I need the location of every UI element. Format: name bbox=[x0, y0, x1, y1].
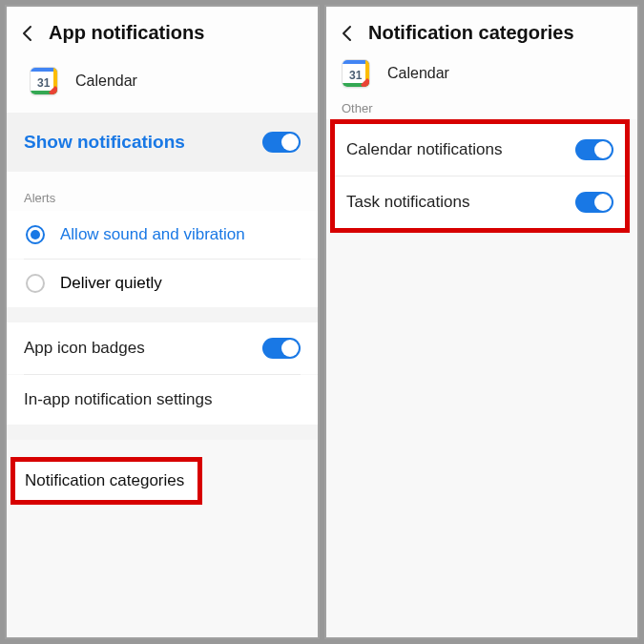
task-notifications-label: Task notifications bbox=[346, 193, 469, 212]
page-title: App notifications bbox=[49, 22, 204, 44]
calendar-app-icon bbox=[30, 67, 58, 95]
radio-unselected-icon bbox=[26, 274, 45, 293]
page-title: Notification categories bbox=[368, 22, 574, 44]
app-name-label: Calendar bbox=[387, 65, 449, 82]
app-info-row[interactable]: Calendar bbox=[326, 53, 637, 95]
app-icon-badges-toggle[interactable] bbox=[262, 338, 301, 359]
allow-sound-label: Allow sound and vibration bbox=[60, 225, 245, 244]
notification-categories-label: Notification categories bbox=[25, 471, 184, 489]
app-info-row[interactable]: Calendar bbox=[7, 53, 318, 113]
back-icon[interactable] bbox=[340, 25, 355, 42]
calendar-app-icon bbox=[342, 59, 370, 88]
show-notifications-row[interactable]: Show notifications bbox=[7, 113, 318, 172]
highlighted-categories: Calendar notifications Task notification… bbox=[330, 119, 630, 233]
task-notifications-toggle[interactable] bbox=[575, 192, 613, 213]
app-icon-badges-label: App icon badges bbox=[24, 339, 145, 358]
back-icon[interactable] bbox=[20, 25, 35, 42]
deliver-quietly-option[interactable]: Deliver quietly bbox=[7, 260, 318, 307]
screen-notification-categories: Notification categories Calendar Other C… bbox=[324, 5, 639, 639]
header: App notifications bbox=[7, 7, 318, 53]
app-name-label: Calendar bbox=[75, 73, 137, 90]
show-notifications-label: Show notifications bbox=[24, 132, 185, 153]
calendar-notifications-label: Calendar notifications bbox=[346, 140, 502, 159]
radio-selected-icon bbox=[26, 225, 45, 244]
alerts-section-label: Alerts bbox=[7, 172, 318, 211]
other-section-label: Other bbox=[326, 95, 637, 119]
inapp-settings-label: In-app notification settings bbox=[24, 390, 213, 409]
app-icon-badges-row[interactable]: App icon badges bbox=[7, 322, 318, 374]
header: Notification categories bbox=[326, 7, 637, 53]
task-notifications-row[interactable]: Task notifications bbox=[335, 177, 625, 228]
calendar-notifications-row[interactable]: Calendar notifications bbox=[335, 124, 625, 176]
show-notifications-toggle[interactable] bbox=[262, 132, 301, 153]
screen-app-notifications: App notifications Calendar Show notifica… bbox=[5, 5, 320, 639]
inapp-settings-row[interactable]: In-app notification settings bbox=[7, 375, 318, 425]
calendar-notifications-toggle[interactable] bbox=[575, 139, 613, 160]
deliver-quietly-label: Deliver quietly bbox=[60, 274, 162, 293]
allow-sound-option[interactable]: Allow sound and vibration bbox=[7, 211, 318, 259]
notification-categories-link[interactable]: Notification categories bbox=[10, 457, 202, 505]
